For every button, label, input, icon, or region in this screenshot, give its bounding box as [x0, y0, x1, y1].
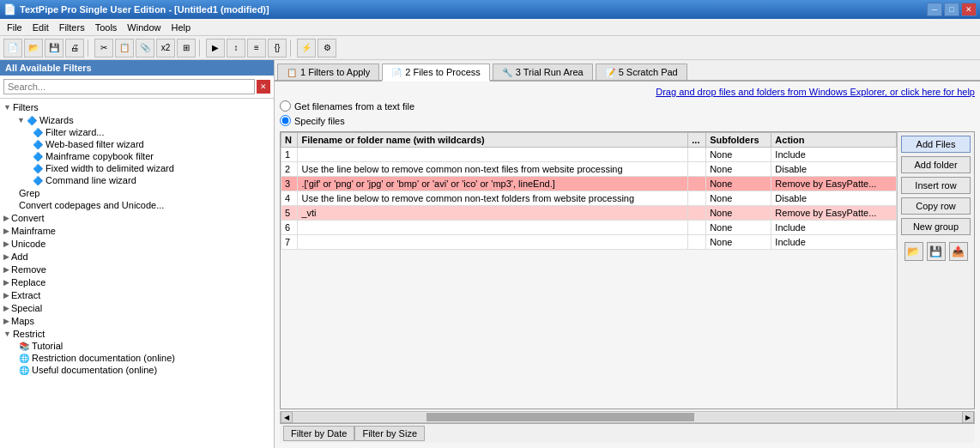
menu-item-file[interactable]: File — [2, 21, 27, 34]
tree-header-unicode[interactable]: ▶ Unicode — [2, 238, 272, 250]
menu-item-filters[interactable]: Filters — [54, 21, 90, 34]
tabs-bar: 📋 1 Filters to Apply 📄 2 Files to Proces… — [275, 60, 980, 82]
table-row[interactable]: 6NoneInclude — [281, 221, 897, 235]
menu-item-edit[interactable]: Edit — [27, 21, 54, 34]
copy-row-button[interactable]: Copy row — [901, 197, 971, 215]
tree-item-filter-wizard[interactable]: 🔷 Filter wizard... — [29, 126, 272, 138]
search-clear-button[interactable]: ✕ — [257, 80, 270, 94]
tab-files-to-process[interactable]: 📄 2 Files to Process — [382, 64, 489, 82]
save-icon-btn[interactable]: 💾 — [927, 242, 946, 261]
print-button[interactable]: 🖨 — [65, 39, 84, 58]
lightning-button[interactable]: ⚡ — [297, 39, 316, 58]
table-row[interactable]: 2Use the line below to remove common non… — [281, 162, 897, 177]
tree-item-web-wizard-label: Web-based filter wizard — [45, 139, 144, 149]
drag-drop-hint[interactable]: Drag and drop files and folders from Win… — [280, 87, 975, 97]
menu-item-window[interactable]: Window — [122, 21, 166, 34]
cell-filename — [298, 148, 688, 162]
table-row[interactable]: 1NoneInclude — [281, 148, 897, 162]
paste-button[interactable]: 📎 — [136, 39, 154, 58]
expand-icon-extract: ▶ — [3, 291, 9, 300]
radio-specify[interactable]: Specify files — [280, 115, 975, 126]
tree-item-restriction-docs[interactable]: 🌐 Restriction documentation (online) — [15, 352, 272, 364]
search-input[interactable] — [3, 79, 255, 94]
tree-header-wizards[interactable]: ▼ 🔷 Wizards — [15, 114, 272, 126]
tree-header-special[interactable]: ▶ Special — [2, 302, 272, 314]
scroll-right-button[interactable]: ▶ — [962, 411, 974, 423]
filter-by-size-tab[interactable]: Filter by Size — [354, 426, 425, 441]
menu-item-tools[interactable]: Tools — [90, 21, 123, 34]
bottom-tabs: Filter by Date Filter by Size — [280, 423, 975, 443]
table-row[interactable]: 3.['gif' or 'png' or 'jpg' or 'bmp' or '… — [281, 177, 897, 191]
tab-icon-trial: 🔧 — [502, 68, 512, 77]
new-group-button[interactable]: New group — [901, 218, 971, 235]
tree-item-tutorial[interactable]: 📚 Tutorial — [15, 340, 272, 352]
tree-header-convert[interactable]: ▶ Convert — [2, 212, 272, 224]
main-layout: All Available Filters ✕ ▼ Filters ▼ 🔷 — [0, 60, 980, 448]
col-filename: Filename or folder name (with wildcards) — [298, 133, 688, 148]
table-row[interactable]: 4Use the line below to remove common non… — [281, 191, 897, 206]
new-button[interactable]: 📄 — [3, 39, 22, 58]
export-icon-btn[interactable]: 📤 — [949, 242, 968, 261]
tree-item-grep[interactable]: Grep — [15, 187, 272, 199]
tree-item-mainframe-wizard-label: Mainframe copybook filter — [45, 151, 154, 161]
radio-specify-input[interactable] — [280, 115, 291, 126]
tree-item-convert-codepages-label: Convert codepages and Unicode... — [19, 200, 164, 210]
tab-scratch-pad[interactable]: 📝 5 Scratch Pad — [596, 64, 687, 80]
tree-group-filters: ▼ Filters ▼ 🔷 Wizards 🔷 — [2, 101, 272, 211]
radio-textfile[interactable]: Get filenames from a text file — [280, 100, 975, 112]
filter-by-date-tab[interactable]: Filter by Date — [283, 426, 354, 441]
tab-trial-run[interactable]: 🔧 3 Trial Run Area — [493, 64, 593, 80]
tree-header-restrict[interactable]: ▼ Restrict — [2, 328, 272, 340]
tutorial-icon: 📚 — [19, 342, 29, 351]
tree-item-convert-codepages[interactable]: Convert codepages and Unicode... — [15, 199, 272, 211]
save-button[interactable]: 💾 — [45, 39, 64, 58]
x2-button[interactable]: x2 — [156, 39, 175, 58]
tab-filters-to-apply[interactable]: 📋 1 Filters to Apply — [277, 64, 379, 80]
sort-button[interactable]: ↕ — [227, 39, 245, 58]
cell-filename: .['gif' or 'png' or 'jpg' or 'bmp' or 'a… — [298, 177, 688, 191]
radio-textfile-input[interactable] — [280, 100, 291, 112]
col-dots: ... — [688, 133, 706, 148]
tree-header-remove[interactable]: ▶ Remove — [2, 263, 272, 275]
tree-header-extract[interactable]: ▶ Extract — [2, 289, 272, 301]
tree-header-replace[interactable]: ▶ Replace — [2, 276, 272, 288]
tree-header-filters[interactable]: ▼ Filters — [2, 101, 272, 113]
cell-action: Remove by EasyPatte... — [771, 206, 897, 221]
brace-button[interactable]: {} — [268, 39, 287, 58]
file-table-wrapper[interactable]: N Filename or folder name (with wildcard… — [281, 132, 897, 409]
maximize-button[interactable]: □ — [944, 3, 959, 16]
table-row[interactable]: 7NoneInclude — [281, 235, 897, 250]
tree-header-mainframe[interactable]: ▶ Mainframe — [2, 225, 272, 237]
tree-item-mainframe-wizard[interactable]: 🔷 Mainframe copybook filter — [29, 150, 272, 162]
tree-item-cmdline-wizard[interactable]: 🔷 Command line wizard — [29, 174, 272, 186]
right-panel: 📋 1 Filters to Apply 📄 2 Files to Proces… — [275, 60, 980, 448]
tree-item-fixedwidth-wizard[interactable]: 🔷 Fixed width to delimited wizard — [29, 162, 272, 174]
tree-label-add: Add — [11, 251, 28, 262]
tree-item-useful-docs[interactable]: 🌐 Useful documentation (online) — [15, 364, 272, 376]
run-button[interactable]: ▶ — [206, 39, 225, 58]
filter-button[interactable]: ≡ — [247, 39, 266, 58]
add-files-button[interactable]: Add Files — [901, 136, 971, 153]
copy-button[interactable]: 📋 — [115, 39, 134, 58]
close-button[interactable]: ✕ — [961, 3, 977, 16]
add-folder-button[interactable]: Add folder — [901, 156, 971, 173]
cut-button[interactable]: ✂ — [94, 39, 113, 58]
window-controls: ─ □ ✕ — [927, 3, 977, 16]
folder-open-icon-btn[interactable]: 📂 — [904, 242, 923, 261]
horizontal-scrollbar[interactable]: ◀ ▶ — [280, 411, 975, 423]
menu-item-help[interactable]: Help — [166, 21, 196, 34]
tree-header-maps[interactable]: ▶ Maps — [2, 315, 272, 327]
toolbar-separator-3 — [290, 39, 293, 57]
tool5-button[interactable]: ⊞ — [177, 39, 196, 58]
col-action: Action — [771, 133, 897, 148]
open-button[interactable]: 📂 — [24, 39, 43, 58]
insert-row-button[interactable]: Insert row — [901, 177, 971, 194]
scroll-left-button[interactable]: ◀ — [281, 411, 293, 423]
scroll-thumb[interactable] — [426, 413, 694, 421]
tree-item-web-wizard[interactable]: 🔷 Web-based filter wizard — [29, 138, 272, 150]
table-row[interactable]: 5_vtiNoneRemove by EasyPatte... — [281, 206, 897, 221]
settings-button[interactable]: ⚙ — [318, 39, 336, 58]
scroll-track — [293, 413, 962, 421]
tree-header-add[interactable]: ▶ Add — [2, 251, 272, 263]
minimize-button[interactable]: ─ — [927, 3, 942, 16]
